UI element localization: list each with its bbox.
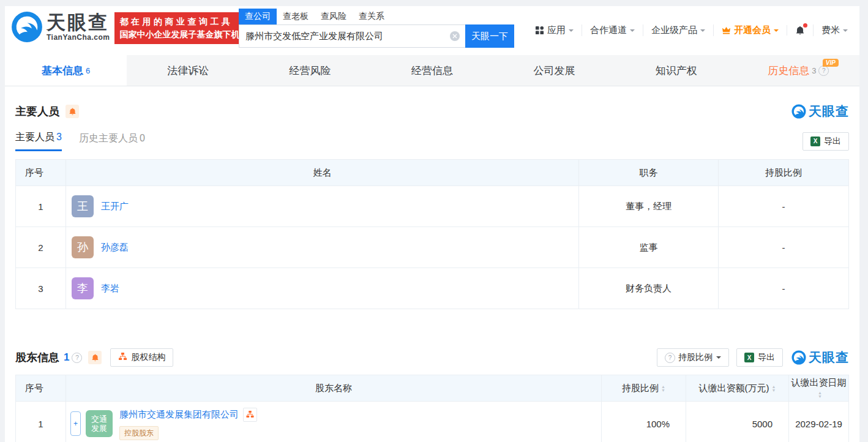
- export-button[interactable]: 导出: [736, 348, 783, 367]
- column-header-sortable[interactable]: 持股比例: [602, 375, 686, 402]
- search-block: 查公司 查老板 查风险 查关系 天眼一下: [239, 9, 520, 48]
- avatar: 王: [72, 195, 94, 217]
- grid-icon: [535, 26, 544, 35]
- sort-icon: [818, 391, 822, 399]
- watermark-logo: 天眼查: [791, 103, 849, 120]
- tab-basic-info[interactable]: 基本信息 6: [5, 55, 127, 86]
- header: 天眼查 TianYanCha.com 都在用的商业查询工具 国家中小企业发展子基…: [5, 6, 859, 55]
- table-row: 3 李 李岩 财务负责人 -: [16, 268, 849, 309]
- shareholders-count: 1: [64, 351, 69, 364]
- column-header: 持股比例: [719, 160, 849, 186]
- company-avatar: 交通 发展: [86, 410, 113, 437]
- column-header: 姓名: [66, 160, 579, 186]
- chevron-down-icon: [630, 29, 635, 34]
- tianyancha-logo[interactable]: 天眼查 TianYanCha.com: [11, 11, 110, 43]
- search-tab-risk[interactable]: 查风险: [315, 9, 353, 24]
- table-row: 1 王 王开广 董事，经理 -: [16, 186, 849, 227]
- column-header: 序号: [16, 160, 66, 186]
- brand-domain: TianYanCha.com: [47, 33, 110, 42]
- personnel-table: 序号 姓名 职务 持股比例 1 王 王开广 董事，经理 - 2: [15, 159, 849, 309]
- column-header: 序号: [16, 375, 66, 402]
- shareholders-title: 股东信息: [15, 350, 59, 365]
- tab-legal[interactable]: 法律诉讼: [127, 55, 249, 86]
- position-cell: 监事: [579, 227, 719, 268]
- column-header: 职务: [579, 160, 719, 186]
- personnel-title: 主要人员: [15, 104, 59, 119]
- search-button[interactable]: 天眼一下: [465, 24, 514, 48]
- table-row: 2 孙 孙彦磊 监事 -: [16, 227, 849, 268]
- nav-apps[interactable]: 应用: [527, 24, 582, 36]
- slogan-line2: 国家中小企业发展子基金旗下机构: [119, 28, 258, 41]
- nav-vip[interactable]: 开通会员: [713, 24, 787, 36]
- nav-partner[interactable]: 合作通道: [582, 24, 643, 36]
- tab-operating-risk[interactable]: 经营风险: [249, 55, 371, 86]
- slogan-line1: 都在用的商业查询工具: [119, 15, 258, 28]
- page-container: 天眼查 TianYanCha.com 都在用的商业查询工具 国家中小企业发展子基…: [5, 6, 859, 442]
- controlling-shareholder-badge: 控股股东: [119, 426, 159, 440]
- help-icon[interactable]: [72, 353, 82, 363]
- excel-icon: [810, 137, 820, 146]
- subscribe-bell-icon[interactable]: [65, 105, 79, 118]
- search-tabs: 查公司 查老板 查风险 查关系: [239, 9, 520, 24]
- column-header: 股东名称: [66, 375, 602, 402]
- search-tab-boss[interactable]: 查老板: [277, 9, 315, 24]
- ratio-cell: 100%: [602, 402, 686, 442]
- sort-icon: [661, 385, 665, 392]
- nav-user[interactable]: 费米: [813, 24, 856, 36]
- table-row: 1 交通 发展 滕州市交通发展集团有限公司: [16, 402, 849, 442]
- sort-icon: [772, 385, 776, 392]
- expand-button[interactable]: [70, 411, 81, 436]
- watermark-logo: 天眼查: [791, 349, 849, 366]
- subtab-history-personnel[interactable]: 历史主要人员0: [79, 132, 145, 151]
- column-header-sortable[interactable]: 认缴出资日期: [789, 375, 849, 402]
- person-link[interactable]: 王开广: [101, 201, 129, 212]
- nav-notifications[interactable]: [787, 25, 813, 36]
- position-cell: 董事，经理: [579, 186, 719, 227]
- position-cell: 财务负责人: [579, 268, 719, 309]
- avatar: 孙: [72, 236, 94, 258]
- brand-swirl-icon: [791, 350, 806, 365]
- chevron-down-icon: [843, 29, 848, 34]
- export-button[interactable]: 导出: [803, 132, 849, 151]
- tab-intellectual-property[interactable]: 知识产权: [615, 55, 737, 86]
- equity-structure-button[interactable]: 股权结构: [110, 348, 173, 367]
- shareholders-table: 序号 股东名称 持股比例 认缴出资额(万元) 认缴出资日期 1 交通: [15, 375, 849, 442]
- search-tab-company[interactable]: 查公司: [239, 9, 277, 24]
- person-link[interactable]: 李岩: [101, 283, 119, 294]
- chevron-down-icon: [716, 356, 721, 361]
- clear-icon[interactable]: [450, 31, 460, 41]
- chevron-down-icon: [774, 29, 779, 34]
- help-icon[interactable]: [818, 66, 829, 76]
- ratio-filter-button[interactable]: 持股比例: [657, 348, 729, 367]
- notification-dot: [803, 23, 807, 28]
- org-chart-icon[interactable]: [243, 408, 257, 422]
- brand-swirl-icon: [791, 104, 806, 119]
- top-navigation: 应用 合作通道 企业级产品 开通会员 费米: [527, 24, 856, 36]
- crown-icon: [722, 26, 731, 34]
- ratio-cell: -: [719, 186, 849, 227]
- ratio-cell: -: [719, 268, 849, 309]
- help-icon: [665, 353, 675, 363]
- tab-history-info[interactable]: VIP 历史信息 3: [738, 55, 859, 86]
- vip-badge: VIP: [823, 59, 839, 67]
- shareholders-section: 股东信息 1 股权结构 持股比例 导出: [5, 348, 859, 442]
- subscribe-bell-icon[interactable]: [88, 351, 102, 364]
- avatar: 李: [72, 277, 94, 299]
- company-tab-bar: 基本信息 6 法律诉讼 经营风险 经营信息 公司发展 知识产权 VIP 历史信息…: [5, 55, 859, 86]
- person-link[interactable]: 孙彦磊: [101, 242, 129, 253]
- brand-swirl-icon: [11, 11, 43, 43]
- shareholder-link[interactable]: 滕州市交通发展集团有限公司: [119, 409, 239, 421]
- chevron-down-icon: [569, 29, 574, 34]
- chevron-down-icon: [700, 29, 705, 34]
- amount-cell: 5000: [686, 402, 789, 442]
- ratio-cell: -: [719, 227, 849, 268]
- nav-enterprise[interactable]: 企业级产品: [643, 24, 713, 36]
- tab-company-development[interactable]: 公司发展: [493, 55, 615, 86]
- search-tab-relation[interactable]: 查关系: [353, 9, 391, 24]
- subtab-current-personnel[interactable]: 主要人员3: [15, 131, 62, 151]
- search-input[interactable]: [239, 24, 465, 48]
- column-header-sortable[interactable]: 认缴出资额(万元): [686, 375, 789, 402]
- tab-operating-info[interactable]: 经营信息: [371, 55, 493, 86]
- excel-icon: [744, 353, 754, 362]
- date-cell: 2029-02-19: [789, 402, 849, 442]
